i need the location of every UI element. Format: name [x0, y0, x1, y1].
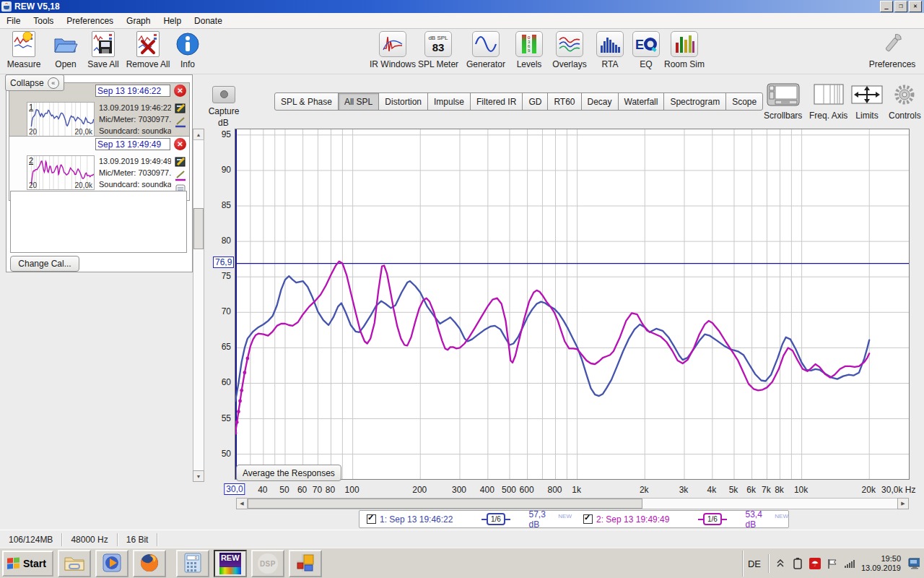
trace-1-curve: [235, 276, 869, 401]
menu-tools[interactable]: Tools: [27, 14, 60, 27]
x-tick-50: 50: [279, 485, 289, 495]
trace-2-curve: [235, 262, 869, 434]
sidebar-scrollbar-thumb[interactable]: [193, 208, 204, 249]
graph-tab-decay[interactable]: Decay: [581, 92, 619, 111]
x-tick-300: 300: [452, 485, 466, 495]
y-tick-75: 75: [205, 271, 231, 281]
overlays-button[interactable]: Overlays: [546, 30, 593, 69]
open-folder-icon: [51, 30, 80, 58]
sidebar-scroll-down-arrow[interactable]: ▼: [193, 470, 204, 482]
sidebar-scroll-up-arrow[interactable]: ▲: [193, 129, 204, 140]
measurement-2-name-input[interactable]: [95, 138, 170, 150]
remove-all-button[interactable]: Remove All: [124, 30, 172, 69]
graph-tab-rt60[interactable]: RT60: [547, 92, 581, 111]
measurement-1-name-input[interactable]: [95, 85, 170, 97]
measurement-panel: Collapse « ✕ 1 20 20,0k 13.09.2019 19:46…: [6, 74, 193, 272]
graph-tab-distortion[interactable]: Distortion: [378, 92, 428, 111]
info-button[interactable]: Info: [170, 30, 205, 69]
menu-file[interactable]: File: [0, 14, 27, 27]
preferences-button[interactable]: Preferences: [868, 30, 916, 69]
save-all-button[interactable]: Save All: [79, 30, 127, 69]
close-button[interactable]: ✕: [909, 1, 922, 12]
x-tick-400: 400: [480, 485, 494, 495]
spl-chart-plot-area[interactable]: [235, 129, 910, 480]
taskbar-media-player-button[interactable]: [95, 550, 128, 577]
measurement-1-delete-icon[interactable]: ✕: [174, 85, 186, 97]
menu-donate[interactable]: Donate: [188, 14, 229, 27]
measurement-notes-box[interactable]: [10, 191, 187, 253]
overlays-icon: [555, 30, 584, 58]
trace-2-label: 2: Sep 13 19:49:49: [596, 514, 685, 525]
average-responses-button[interactable]: Average the Responses: [236, 465, 341, 481]
measurement-1-edit-icon[interactable]: [175, 102, 186, 113]
change-cal-button[interactable]: Change Cal...: [10, 256, 79, 272]
graph-tab-strip: SPL & PhaseAll SPLDistortionImpulseFilte…: [275, 92, 763, 111]
measurement-2-thumbnail[interactable]: 2 20 20,0k: [27, 155, 95, 190]
chart-scrollbar-thumb[interactable]: [248, 499, 642, 509]
network-signal-icon[interactable]: [844, 558, 855, 569]
measure-button[interactable]: Measure: [0, 30, 48, 69]
x-tick-20k: 20k: [862, 485, 876, 495]
taskbar: Start 0 REW DSP DE: [0, 548, 924, 578]
scrollbars-button[interactable]: Scrollbars: [764, 83, 802, 121]
measurement-1-thumbnail[interactable]: 1 20 20,0k: [27, 102, 95, 137]
trace-1-smoothing-button[interactable]: 1/6: [487, 513, 505, 525]
graph-tab-filtered-ir[interactable]: Filtered IR: [470, 92, 523, 111]
menu-preferences[interactable]: Preferences: [60, 14, 120, 27]
measurement-1-trace-color-icon[interactable]: [175, 116, 186, 128]
graph-tab-waterfall[interactable]: Waterfall: [618, 92, 665, 111]
menu-help[interactable]: Help: [157, 14, 188, 27]
levels-icon: 0369: [515, 30, 544, 58]
graph-tab-spl-phase[interactable]: SPL & Phase: [274, 92, 339, 111]
restore-button[interactable]: ❐: [894, 1, 907, 12]
generator-button[interactable]: Generator: [462, 30, 510, 69]
clock[interactable]: 19:50 13.09.2019: [861, 554, 902, 573]
eq-button[interactable]: E EQ: [629, 30, 663, 69]
controls-button[interactable]: Controls: [889, 83, 921, 121]
battery-icon[interactable]: [792, 558, 803, 569]
measurement-2-delete-icon[interactable]: ✕: [174, 138, 186, 150]
chart-scroll-left-arrow[interactable]: ◀: [236, 498, 248, 509]
collapse-panel-button[interactable]: Collapse «: [5, 74, 64, 91]
taskbar-explorer-button[interactable]: [58, 550, 91, 577]
avira-antivirus-icon[interactable]: ☂: [809, 558, 821, 569]
show-desktop-icon[interactable]: [908, 558, 920, 569]
start-button[interactable]: Start: [2, 551, 53, 577]
window-title: REW V5,18: [14, 1, 60, 12]
capture-button[interactable]: Capture: [208, 83, 240, 116]
tray-expand-chevron-icon[interactable]: [775, 558, 786, 569]
measurement-2-edit-icon[interactable]: [175, 155, 186, 167]
flag-icon[interactable]: [827, 558, 838, 569]
graph-tab-impulse[interactable]: Impulse: [427, 92, 471, 111]
eq-icon: E: [632, 30, 661, 58]
taskbar-layout-button[interactable]: [289, 550, 322, 577]
graph-tab-scope[interactable]: Scope: [725, 92, 763, 111]
ir-windows-button[interactable]: IR Windows: [369, 30, 417, 69]
trace-1-checkbox[interactable]: [367, 514, 376, 524]
minimize-button[interactable]: _: [880, 1, 893, 12]
wrench-icon: [878, 30, 907, 58]
taskbar-calculator-button[interactable]: 0: [176, 550, 209, 577]
trace-2-smoothing-button[interactable]: 1/6: [703, 513, 722, 525]
trace-1-label: 1: Sep 13 19:46:22: [380, 514, 468, 525]
menu-graph[interactable]: Graph: [120, 14, 157, 27]
freq-axis-button[interactable]: Freq. Axis: [809, 83, 847, 121]
taskbar-rew-button[interactable]: REW: [214, 550, 247, 577]
trace-2-checkbox[interactable]: [583, 514, 593, 524]
graph-tab-all-spl[interactable]: All SPL: [338, 92, 379, 111]
taskbar-dsp-button[interactable]: DSP: [251, 550, 284, 577]
chart-scroll-right-arrow[interactable]: ▶: [897, 498, 909, 509]
room-sim-button[interactable]: Room Sim: [661, 30, 708, 69]
x-tick-1k: 1k: [572, 485, 581, 495]
measurement-2-trace-color-icon[interactable]: [175, 170, 186, 181]
rta-button[interactable]: RTA: [592, 30, 628, 69]
spl-meter-button[interactable]: dB SPL 83 SPL Meter: [414, 30, 462, 69]
x-tick-30-0[interactable]: 30,0: [224, 483, 245, 495]
limits-button[interactable]: Limits: [851, 83, 883, 121]
graph-tab-gd[interactable]: GD: [522, 92, 548, 111]
taskbar-firefox-button[interactable]: [133, 550, 166, 577]
graph-tab-spectrogram[interactable]: Spectrogram: [663, 92, 726, 111]
language-indicator[interactable]: DE: [748, 558, 761, 569]
toolbar: Measure Open Save All Remove All Info I: [0, 28, 924, 74]
sidebar-scrollbar-track[interactable]: [193, 139, 204, 471]
